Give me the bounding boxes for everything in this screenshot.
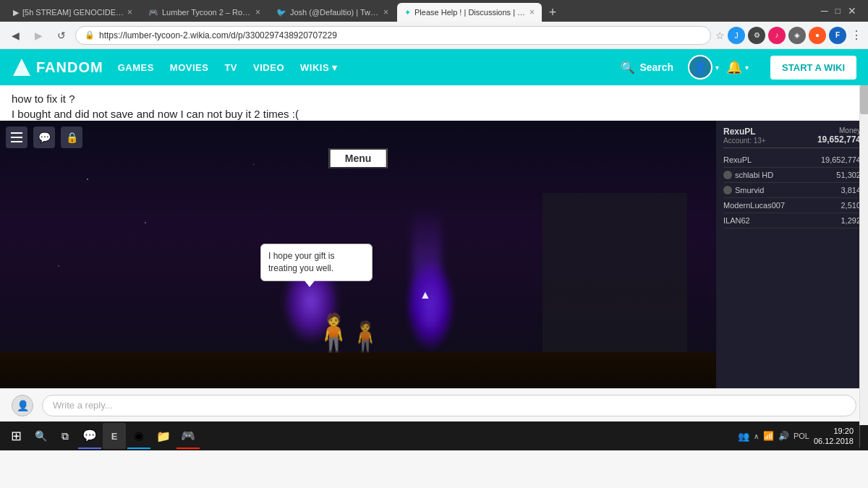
maximize-icon[interactable]: □ <box>835 6 841 16</box>
task-view-button[interactable]: ⧉ <box>54 424 77 448</box>
fandom-logo-icon <box>12 57 32 77</box>
speech-bubble-tail <box>304 280 315 287</box>
game-viewport: 💬 🔒 Menu 🧍 🧍 I hope your gift is treatin… <box>0 121 716 388</box>
nav-wikis[interactable]: WIKIS ▾ <box>300 62 338 73</box>
lb-icon-1 <box>723 171 732 179</box>
nav-games[interactable]: GAMES <box>118 62 154 73</box>
search-label: Search <box>639 61 673 73</box>
address-bar-row: ◀ ▶ ↺ 🔒 https://lumber-tycoon-2.wikia.co… <box>0 22 868 49</box>
tab3-favicon: 🐦 <box>276 8 286 17</box>
people-tray-icon[interactable]: 👥 <box>738 431 749 442</box>
refresh-button[interactable]: ↺ <box>52 26 71 45</box>
tab-4-active[interactable]: ✦ Please Help ! | Discussions | Lum... × <box>397 3 542 22</box>
lb-row-0: RexuPL 19,652,774 <box>723 153 861 168</box>
start-wiki-button[interactable]: START A WIKI <box>770 56 856 80</box>
profile-icon-3[interactable]: ♪ <box>768 27 786 44</box>
tab2-favicon: 🎮 <box>148 8 158 17</box>
volume-tray-icon[interactable]: 🔊 <box>778 431 789 441</box>
tab-3[interactable]: 🐦 Josh (@Defaultio) | Twitter × <box>269 3 396 22</box>
profile-icon-1[interactable]: J <box>728 27 745 44</box>
lb-name-3: ModernLucas007 <box>723 201 785 210</box>
taskbar-epic[interactable]: E <box>103 423 126 449</box>
nav-tv[interactable]: TV <box>224 62 237 73</box>
lb-money-label: Money <box>817 127 861 134</box>
user-avatar[interactable]: 👤 <box>688 55 712 80</box>
speech-bubble: I hope your gift is treating you well. <box>260 244 373 281</box>
clock-display[interactable]: 19:20 06.12.2018 <box>814 426 854 447</box>
address-bar[interactable]: 🔒 https://lumber-tycoon-2.wikia.com/d/p/… <box>75 26 711 45</box>
tab2-close[interactable]: × <box>255 7 260 17</box>
browser-chrome: ▶ [5h STREAM] GENOCIDE UN... × 🎮 Lumber … <box>0 0 868 22</box>
tab1-title: [5h STREAM] GENOCIDE UN... <box>22 8 124 17</box>
post-line2: I bought and did not save and now I can … <box>12 108 856 120</box>
window-controls: ─ □ ✕ <box>815 5 862 17</box>
add-tab-button[interactable]: + <box>543 3 562 22</box>
back-button[interactable]: ◀ <box>6 26 25 45</box>
lock-icon: 🔒 <box>85 30 95 40</box>
tab3-title: Josh (@Defaultio) | Twitter <box>290 8 380 17</box>
profile-icon-2[interactable]: ⚙ <box>748 27 765 44</box>
lb-row-3: ModernLucas007 2,510 <box>723 198 861 213</box>
user-dropdown-icon[interactable]: ▾ <box>715 64 719 72</box>
tab-2[interactable]: 🎮 Lumber Tycoon 2 – Roblox × <box>141 3 268 22</box>
profile-icon-5[interactable]: ● <box>809 27 826 44</box>
lb-header: RexuPL Account: 13+ Money 19,652,774 <box>723 127 861 148</box>
nav-movies[interactable]: MOVIES <box>170 62 209 73</box>
notification-icon[interactable]: 🔔 <box>726 59 742 75</box>
lb-icon-2 <box>723 186 732 194</box>
reply-input[interactable]: Write a reply... <box>42 395 856 416</box>
lb-header-user: RexuPL Account: 13+ <box>723 127 766 145</box>
lock-button[interactable]: 🔒 <box>61 127 82 148</box>
taskbar-chrome[interactable]: ◉ <box>127 423 150 449</box>
profile-icon-4[interactable]: ◈ <box>788 27 806 44</box>
system-tray: 👥 ∧ 📶 🔊 POL 19:20 06.12.2018 <box>738 424 864 448</box>
taskbar-search-button[interactable]: 🔍 <box>29 424 52 448</box>
tab2-title: Lumber Tycoon 2 – Roblox <box>162 8 252 17</box>
game-floor <box>0 352 716 388</box>
tab1-close[interactable]: × <box>127 7 132 17</box>
browser-action-icons: ☆ J ⚙ ♪ ◈ ● F ⋮ <box>715 27 862 44</box>
scrollbar-thumb[interactable] <box>860 85 868 114</box>
reply-area: 👤 Write a reply... <box>0 388 868 421</box>
lb-money-1: 51,302 <box>836 171 861 179</box>
network-tray-icon[interactable]: 📶 <box>763 431 774 441</box>
star-icon[interactable]: ☆ <box>715 30 725 41</box>
notif-dropdown-icon[interactable]: ▾ <box>745 64 749 72</box>
minimize-icon[interactable]: ─ <box>821 5 828 17</box>
nav-search-area[interactable]: 🔍 Search <box>621 61 673 74</box>
game-menu-button[interactable]: Menu <box>329 148 388 168</box>
lb-money-main: 19,652,774 <box>817 134 861 145</box>
lb-name-4: ILAN62 <box>723 216 750 225</box>
lb-account-sub: Account: 13+ <box>723 137 766 145</box>
tab-1[interactable]: ▶ [5h STREAM] GENOCIDE UN... × <box>6 3 140 22</box>
close-icon[interactable]: ✕ <box>848 5 856 17</box>
fandom-logo[interactable]: FANDOM <box>12 57 103 77</box>
post-line1: how to fix it ? <box>12 93 856 105</box>
tab4-close[interactable]: × <box>529 7 535 17</box>
taskbar-discord[interactable]: 💬 <box>78 423 101 449</box>
lb-row-2: Smurvid 3,814 <box>723 183 861 198</box>
cursor-indicator: ▲ <box>420 288 431 301</box>
taskbar-roblox[interactable]: 🎮 <box>176 423 200 449</box>
chat-button[interactable]: 💬 <box>33 127 55 148</box>
reply-placeholder: Write a reply... <box>53 400 113 411</box>
tab4-favicon: ✦ <box>404 8 411 17</box>
menu-dots-icon[interactable]: ⋮ <box>851 28 862 42</box>
lb-name-2: Smurvid <box>723 186 764 194</box>
start-button[interactable]: ⊞ <box>4 424 27 448</box>
show-desktop-button[interactable] <box>859 424 864 448</box>
clock-time: 19:20 <box>814 426 854 436</box>
tab-bar: ▶ [5h STREAM] GENOCIDE UN... × 🎮 Lumber … <box>6 0 814 22</box>
user-area: 👤 ▾ 🔔 ▾ <box>688 55 749 80</box>
tab3-close[interactable]: × <box>383 7 388 17</box>
taskbar-fileexplorer[interactable]: 📁 <box>152 423 175 449</box>
scrollbar[interactable] <box>859 85 868 425</box>
nav-video[interactable]: VIDEO <box>253 62 284 73</box>
game-wall <box>542 193 687 352</box>
lb-name-0: RexuPL <box>723 155 752 164</box>
profile-icon-6[interactable]: F <box>829 27 846 44</box>
forward-button[interactable]: ▶ <box>29 26 48 45</box>
hamburger-button[interactable] <box>6 127 27 148</box>
expand-tray-icon[interactable]: ∧ <box>754 432 759 440</box>
fandom-navbar: FANDOM GAMES MOVIES TV VIDEO WIKIS ▾ 🔍 S… <box>0 49 868 85</box>
